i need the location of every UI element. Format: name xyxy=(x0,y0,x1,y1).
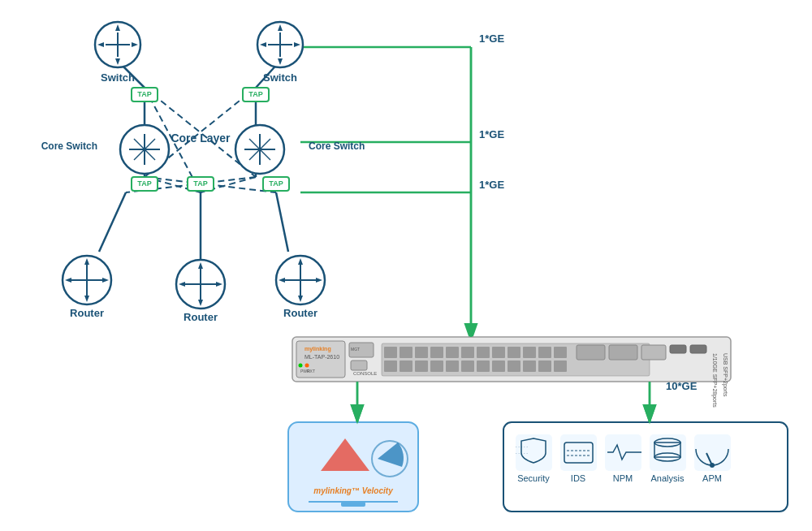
svg-text:MGT: MGT xyxy=(351,347,360,352)
analysis-icon: Analysis xyxy=(650,434,686,483)
ge-label-low: 1*GE xyxy=(479,179,504,191)
svg-text:CONSOLE: CONSOLE xyxy=(353,371,377,376)
velocity-monitor: mylinking™ Velocity xyxy=(288,422,418,512)
tap-left-mid: TAP xyxy=(132,177,158,191)
switch-right-node: Switch xyxy=(257,22,303,84)
apm-label: APM xyxy=(702,473,722,483)
svg-rect-99 xyxy=(461,347,474,358)
svg-rect-116 xyxy=(538,360,551,372)
svg-text:· · · · ·: · · · · · xyxy=(516,451,528,455)
tap-center-mid: TAP xyxy=(188,177,214,191)
svg-rect-121 xyxy=(670,345,686,353)
svg-rect-97 xyxy=(430,347,443,358)
diagram-container: 1*GE 1*GE 1*GE 10*GE Switch Switch TAP T… xyxy=(0,0,812,531)
svg-line-8 xyxy=(99,192,126,252)
velocity-label: mylinking™ Velocity xyxy=(313,486,393,495)
analysis-label: Analysis xyxy=(651,473,685,483)
svg-rect-101 xyxy=(492,347,505,358)
svg-rect-114 xyxy=(508,360,520,372)
svg-point-86 xyxy=(305,364,309,368)
svg-rect-107 xyxy=(400,360,412,372)
ge-label-mid: 1*GE xyxy=(479,128,504,140)
router-left-node: Router xyxy=(63,256,111,319)
svg-text:TAP: TAP xyxy=(137,179,151,188)
svg-point-145 xyxy=(710,463,715,468)
core-switch-left-label: Core Switch xyxy=(41,140,97,152)
router-right-label: Router xyxy=(283,307,317,319)
svg-rect-105 xyxy=(554,347,567,358)
tap-right-mid: TAP xyxy=(263,177,289,191)
svg-text:TAP: TAP xyxy=(137,90,151,98)
svg-rect-104 xyxy=(538,347,551,358)
svg-text:ML-TAP-2610: ML-TAP-2610 xyxy=(304,354,339,360)
svg-text:TAP: TAP xyxy=(193,179,207,188)
svg-rect-134 xyxy=(560,434,597,471)
router-left-label: Router xyxy=(70,307,104,319)
svg-rect-115 xyxy=(523,360,536,372)
ids-label: IDS xyxy=(571,473,585,483)
switch-right-label: Switch xyxy=(263,71,297,84)
svg-text:TAP: TAP xyxy=(248,90,262,98)
ge-label-top: 1*GE xyxy=(479,32,504,45)
router-center-node: Router xyxy=(176,260,225,323)
svg-rect-109 xyxy=(430,360,443,372)
svg-rect-102 xyxy=(508,347,520,358)
svg-rect-96 xyxy=(415,347,428,358)
svg-rect-98 xyxy=(446,347,459,358)
svg-text:TAP: TAP xyxy=(269,179,283,188)
svg-rect-122 xyxy=(690,345,706,353)
svg-rect-106 xyxy=(384,360,397,372)
svg-text:mylinking: mylinking xyxy=(304,346,331,352)
core-layer-label: Core Layer xyxy=(171,132,231,145)
core-switch-left-node: Core Switch xyxy=(41,125,169,174)
svg-rect-95 xyxy=(400,347,412,358)
security-icon: · · · · · · · · · · Security xyxy=(516,434,552,483)
tap-right-top: TAP xyxy=(243,88,269,101)
svg-text:· · · · ·: · · · · · xyxy=(516,444,528,449)
svg-rect-129 xyxy=(341,502,365,507)
svg-rect-111 xyxy=(461,360,474,372)
router-center-label: Router xyxy=(184,311,218,323)
svg-rect-90 xyxy=(351,360,367,370)
network-diagram: 1*GE 1*GE 1*GE 10*GE Switch Switch TAP T… xyxy=(0,0,812,531)
svg-rect-108 xyxy=(415,360,428,372)
svg-line-10 xyxy=(276,192,288,252)
svg-rect-103 xyxy=(523,347,536,358)
svg-rect-119 xyxy=(609,345,637,360)
svg-rect-100 xyxy=(477,347,490,358)
svg-text:RXT: RXT xyxy=(307,369,315,373)
core-switch-right-node: Core Switch xyxy=(235,125,365,174)
npm-label: NPM xyxy=(613,473,633,483)
router-right-node: Router xyxy=(276,256,325,319)
svg-rect-110 xyxy=(446,360,459,372)
svg-rect-112 xyxy=(477,360,490,372)
security-label: Security xyxy=(517,473,550,483)
switch-left-node: Switch xyxy=(95,22,140,84)
svg-text:USB SFP+2ports: USB SFP+2ports xyxy=(722,353,728,397)
svg-rect-94 xyxy=(384,347,397,358)
svg-rect-120 xyxy=(641,345,666,360)
tools-box: · · · · · · · · · · Security IDS NPM xyxy=(503,422,788,512)
svg-point-85 xyxy=(299,364,303,368)
svg-rect-113 xyxy=(492,360,505,372)
switch-left-label: Switch xyxy=(101,71,135,84)
tap-left-top: TAP xyxy=(132,88,158,101)
core-switch-right-label: Core Switch xyxy=(309,140,365,152)
svg-text:1/10GE SFP+28ports: 1/10GE SFP+28ports xyxy=(711,353,718,408)
svg-rect-118 xyxy=(577,345,605,360)
svg-rect-117 xyxy=(554,360,567,372)
